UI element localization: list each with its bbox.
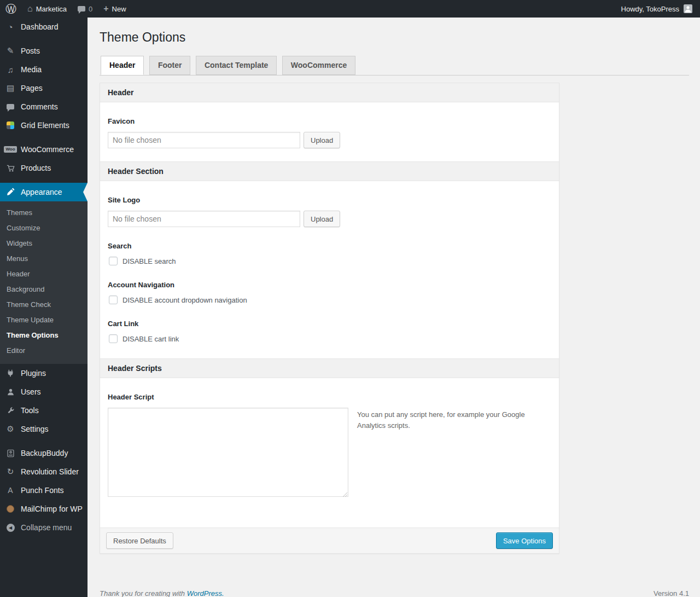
sidebar-item-label: Dashboard [21, 22, 59, 31]
search-label: Search [108, 242, 551, 250]
sidebar-item-label: Products [21, 164, 51, 172]
sidebar-item-backupbuddy[interactable]: BackupBuddy [0, 444, 88, 462]
restore-defaults-button[interactable]: Restore Defaults [106, 532, 173, 549]
grid-elements-icon [4, 121, 16, 129]
submenu-item-menus[interactable]: Menus [0, 251, 88, 266]
sidebar-item-label: Posts [21, 47, 40, 55]
section-header-section: Header Section Site Logo Upload Search D… [100, 161, 559, 343]
footer-version: Version 4.1 [654, 589, 689, 597]
sidebar-item-label: Appearance [21, 188, 62, 196]
sidebar-item-media[interactable]: ♫ Media [0, 60, 88, 79]
sidebar-item-label: Settings [21, 425, 49, 433]
sidebar-item-appearance[interactable]: Appearance [0, 183, 88, 201]
favicon-upload-button[interactable]: Upload [304, 132, 340, 148]
sidebar-item-products[interactable]: Products [0, 159, 88, 177]
plugin-icon [4, 369, 16, 378]
disable-account-nav-label: DISABLE account dropdown navigation [122, 296, 247, 304]
header-script-label: Header Script [108, 393, 551, 401]
tab-woocommerce[interactable]: WooCommerce [282, 56, 355, 75]
submenu-item-themes[interactable]: Themes [0, 205, 88, 221]
section-header-scripts-bar: Header Scripts [100, 358, 559, 378]
disable-search-row: DISABLE search [109, 257, 551, 265]
submenu-item-customize[interactable]: Customize [0, 221, 88, 236]
sidebar-item-label: Revolution Slider [21, 467, 79, 476]
page-title: Theme Options [100, 29, 689, 45]
wordpress-logo-menu[interactable]: Ⓦ [0, 0, 22, 18]
collapse-menu-button[interactable]: ◀ Collapse menu [0, 518, 88, 537]
disable-search-label: DISABLE search [122, 257, 176, 265]
sidebar-item-dashboard[interactable]: ◔ Dashboard [0, 18, 88, 36]
cart-icon [4, 164, 16, 173]
site-logo-file-input[interactable] [108, 211, 300, 227]
sidebar-item-punch-fonts[interactable]: A Punch Fonts [0, 481, 88, 500]
site-name-link[interactable]: ⌂ Marketica [22, 0, 72, 18]
submenu-item-theme-check[interactable]: Theme Check [0, 297, 88, 312]
sidebar-item-revolution-slider[interactable]: ↻ Revolution Slider [0, 462, 88, 481]
sidebar-item-comments[interactable]: Comments [0, 97, 88, 116]
collapse-menu-label: Collapse menu [21, 523, 72, 532]
sidebar-item-label: Pages [21, 84, 43, 92]
main-content: Theme Options Header Footer Contact Temp… [88, 18, 700, 597]
submenu-item-widgets[interactable]: Widgets [0, 236, 88, 251]
wordpress-logo-icon: Ⓦ [5, 0, 16, 18]
sidebar-item-pages[interactable]: ▤ Pages [0, 79, 88, 97]
sidebar-item-label: Punch Fonts [21, 486, 64, 495]
favicon-upload-row: Upload [108, 132, 551, 148]
appearance-submenu: Themes Customize Widgets Menus Header Ba… [0, 201, 88, 364]
letter-a-icon: A [4, 486, 16, 495]
site-logo-upload-button[interactable]: Upload [304, 211, 340, 227]
panel-footer: Restore Defaults Save Options [100, 528, 559, 553]
submenu-item-theme-update[interactable]: Theme Update [0, 312, 88, 328]
sidebar-item-woocommerce[interactable]: Woo WooCommerce [0, 140, 88, 159]
sidebar-item-mailchimp[interactable]: MailChimp for WP [0, 500, 88, 518]
dashboard-icon: ◔ [4, 22, 16, 32]
submenu-item-editor[interactable]: Editor [0, 343, 88, 358]
disable-search-checkbox[interactable] [109, 257, 118, 265]
sidebar-item-label: MailChimp for WP [21, 505, 83, 513]
site-name-label: Marketica [36, 5, 67, 13]
comments-icon [4, 104, 16, 109]
submenu-item-header[interactable]: Header [0, 266, 88, 282]
home-icon: ⌂ [27, 4, 33, 14]
save-options-button[interactable]: Save Options [496, 532, 553, 549]
media-icon: ♫ [4, 65, 16, 74]
comments-admin-bar-link[interactable]: 0 [72, 0, 98, 18]
cycle-arrows-icon: ↻ [4, 467, 16, 477]
disable-cart-link-label: DISABLE cart link [122, 335, 179, 343]
sidebar-item-label: Grid Elements [21, 121, 69, 130]
tab-contact-template[interactable]: Contact Template [196, 56, 277, 75]
new-content-menu[interactable]: + New [98, 0, 131, 18]
comment-bubble-icon [78, 6, 85, 11]
disable-cart-link-row: DISABLE cart link [109, 334, 551, 343]
sidebar-item-label: BackupBuddy [21, 449, 68, 457]
wrench-icon [4, 407, 16, 415]
sidebar-item-label: WooCommerce [21, 145, 74, 154]
sidebar-item-posts[interactable]: ✎ Posts [0, 42, 88, 60]
backup-drive-icon [4, 449, 16, 457]
page-footer: Thank you for creating with WordPress. V… [100, 589, 689, 597]
new-label: New [112, 5, 126, 13]
appearance-brush-icon [4, 188, 16, 196]
tab-footer[interactable]: Footer [149, 56, 191, 75]
theme-options-panel: Header Favicon Upload Header Section Sit… [100, 83, 559, 554]
submenu-item-background[interactable]: Background [0, 282, 88, 297]
account-menu[interactable]: Howdy, TokoPress [614, 4, 700, 13]
sidebar-item-label: Tools [21, 406, 39, 415]
howdy-label: Howdy, TokoPress [621, 5, 679, 13]
sidebar-item-users[interactable]: Users [0, 382, 88, 401]
sidebar-item-settings[interactable]: ⚙ Settings [0, 420, 88, 438]
disable-cart-link-checkbox[interactable] [109, 334, 118, 343]
plus-icon: + [103, 4, 108, 14]
header-script-textarea[interactable] [108, 408, 348, 497]
tab-header[interactable]: Header [101, 56, 144, 75]
wordpress-link[interactable]: WordPress. [187, 589, 224, 597]
mailchimp-monkey-icon [4, 505, 16, 513]
favicon-file-input[interactable] [108, 132, 300, 148]
footer-thanks-text: Thank you for creating with WordPress. [100, 589, 224, 597]
section-header-scripts: Header Scripts Header Script You can put… [100, 358, 559, 499]
submenu-item-theme-options[interactable]: Theme Options [0, 328, 88, 343]
sidebar-item-plugins[interactable]: Plugins [0, 364, 88, 382]
disable-account-nav-checkbox[interactable] [109, 295, 118, 304]
sidebar-item-tools[interactable]: Tools [0, 401, 88, 420]
sidebar-item-grid-elements[interactable]: Grid Elements [0, 116, 88, 135]
